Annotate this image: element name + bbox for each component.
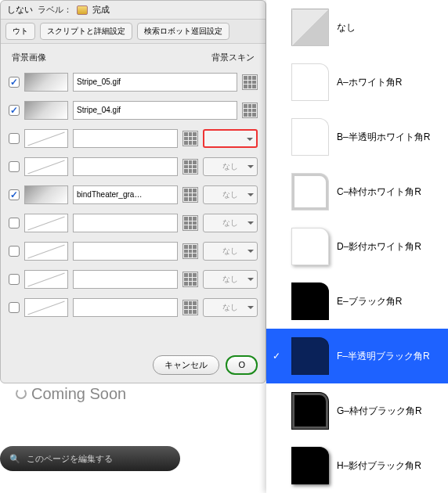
row-swatch[interactable]: [24, 214, 68, 232]
dropdown-label: H–影付ブラック角R: [337, 459, 421, 473]
dropdown-item[interactable]: E–ブラック角R: [266, 274, 448, 329]
dropdown-item[interactable]: A–ホワイト角R: [266, 55, 448, 110]
row-checkbox[interactable]: [9, 274, 20, 285]
dropdown-item[interactable]: G–枠付ブラック角R: [266, 383, 448, 438]
skin-thumbnail: [291, 63, 329, 101]
row-checkbox[interactable]: [9, 246, 20, 257]
row-swatch[interactable]: [24, 73, 68, 92]
bg-row: なし: [9, 265, 258, 293]
dropdown-item[interactable]: D–影付ホワイト角R: [266, 219, 448, 274]
skin-thumbnail: [291, 9, 329, 46]
dropdown-label: F–半透明ブラック角R: [337, 350, 430, 363]
bg-row: Stripe_05.gif: [9, 68, 258, 96]
grid-icon[interactable]: [182, 187, 198, 203]
check-icon: ✓: [273, 351, 284, 362]
grid-icon[interactable]: [182, 215, 198, 231]
label-row: しない ラベル： 完成: [1, 1, 266, 19]
dropdown-item[interactable]: C–枠付ホワイト角R: [266, 164, 448, 219]
row-filename[interactable]: bindTheater_gra…: [73, 185, 178, 204]
skin-select[interactable]: なし: [203, 298, 258, 317]
skin-select[interactable]: なし: [203, 270, 258, 289]
bg-row: なし: [9, 293, 258, 322]
grid-icon[interactable]: [242, 103, 258, 118]
bg-row: なし: [9, 237, 258, 265]
row-filename[interactable]: Stripe_05.gif: [73, 73, 237, 92]
row-swatch[interactable]: [24, 242, 68, 261]
tab-script[interactable]: スクリプトと詳細設定: [40, 23, 132, 40]
row-swatch[interactable]: [24, 129, 68, 148]
section-bg-skin: 背景スキン: [211, 52, 255, 63]
skin-dropdown[interactable]: なしA–ホワイト角RB–半透明ホワイト角RC–枠付ホワイト角RD–影付ホワイト角…: [266, 0, 448, 493]
section-headers: 背景画像 背景スキン: [1, 44, 266, 67]
skin-thumbnail: [291, 173, 329, 211]
skin-select[interactable]: なし: [203, 214, 258, 232]
spinner-icon: [16, 388, 27, 399]
row-filename[interactable]: [73, 270, 178, 289]
search-icon: 🔍: [9, 454, 20, 464]
grid-icon[interactable]: [182, 243, 198, 259]
skin-thumbnail: [291, 282, 329, 320]
dropdown-label: なし: [337, 21, 356, 34]
bg-row: Stripe_04.gif: [9, 96, 258, 124]
row-swatch[interactable]: [24, 270, 68, 289]
skin-thumbnail: [291, 337, 329, 375]
row-checkbox[interactable]: [9, 189, 20, 200]
row-filename[interactable]: [73, 129, 178, 148]
ok-button[interactable]: O: [226, 355, 258, 375]
tab-bar: ウト スクリプトと詳細設定 検索ロボット巡回設定: [1, 19, 266, 44]
edit-page-bar[interactable]: 🔍 このページを編集する: [0, 446, 180, 471]
row-checkbox[interactable]: [9, 218, 20, 229]
settings-dialog: しない ラベル： 完成 ウト スクリプトと詳細設定 検索ロボット巡回設定 背景画…: [0, 0, 266, 383]
row-swatch[interactable]: [24, 157, 68, 176]
cancel-button[interactable]: キャンセル: [153, 355, 219, 375]
row-filename[interactable]: [73, 214, 178, 232]
row-swatch[interactable]: [24, 101, 68, 120]
row-filename[interactable]: [73, 157, 178, 176]
done-label: 完成: [92, 4, 110, 16]
skin-thumbnail: [291, 228, 329, 265]
label-prefix: ラベル：: [38, 4, 72, 16]
skin-select[interactable]: なし: [203, 185, 258, 204]
dialog-buttons: キャンセル O: [153, 355, 258, 375]
skin-select[interactable]: なし: [203, 242, 258, 261]
row-swatch[interactable]: [24, 185, 68, 204]
row-checkbox[interactable]: [9, 133, 20, 144]
row-checkbox[interactable]: [9, 161, 20, 172]
folder-icon: [77, 5, 88, 15]
not-label: しない: [7, 4, 33, 16]
bg-row: なし: [9, 209, 258, 237]
bg-rows: Stripe_05.gifStripe_04.gifなしbindTheater_…: [1, 67, 266, 323]
row-filename[interactable]: Stripe_04.gif: [73, 101, 237, 120]
grid-icon[interactable]: [182, 300, 198, 315]
skin-thumbnail: [291, 118, 329, 156]
grid-icon[interactable]: [182, 131, 198, 146]
row-checkbox[interactable]: [9, 77, 20, 88]
skin-select[interactable]: なし: [203, 157, 258, 176]
row-swatch[interactable]: [24, 298, 68, 317]
dropdown-label: C–枠付ホワイト角R: [337, 185, 421, 199]
bg-row: [9, 124, 258, 153]
dropdown-label: A–ホワイト角R: [337, 76, 402, 89]
dropdown-item[interactable]: B–半透明ホワイト角R: [266, 110, 448, 164]
row-filename[interactable]: [73, 242, 178, 261]
dropdown-label: E–ブラック角R: [337, 295, 402, 308]
grid-icon[interactable]: [182, 159, 198, 175]
tab-layout[interactable]: ウト: [5, 23, 35, 40]
dropdown-item[interactable]: なし: [266, 0, 448, 55]
dropdown-label: G–枠付ブラック角R: [337, 405, 422, 418]
row-filename[interactable]: [73, 298, 178, 317]
dropdown-label: B–半透明ホワイト角R: [337, 131, 430, 144]
edit-page-label: このページを編集する: [27, 453, 113, 465]
section-bg-image: 背景画像: [12, 52, 46, 63]
dropdown-item[interactable]: H–影付ブラック角R: [266, 438, 448, 493]
row-checkbox[interactable]: [9, 105, 20, 116]
dropdown-item[interactable]: ✓F–半透明ブラック角R: [266, 329, 448, 383]
grid-icon[interactable]: [242, 74, 258, 90]
tab-robot[interactable]: 検索ロボット巡回設定: [137, 23, 229, 40]
dropdown-label: D–影付ホワイト角R: [337, 240, 421, 254]
skin-select[interactable]: [203, 129, 258, 148]
coming-soon: Coming Soon: [16, 385, 126, 403]
skin-thumbnail: [291, 392, 329, 430]
grid-icon[interactable]: [182, 272, 198, 287]
row-checkbox[interactable]: [9, 302, 20, 313]
